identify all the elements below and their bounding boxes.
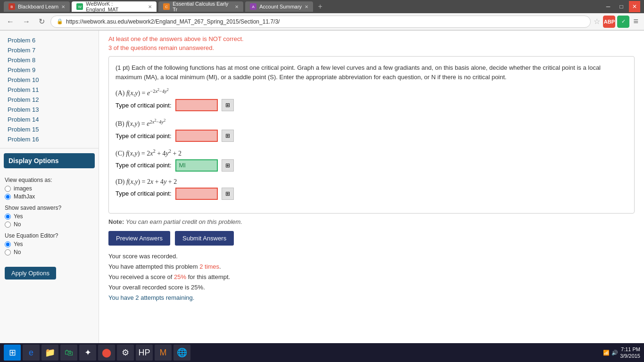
problem-part-d: (D) f(x,y) = 2x + 4y + 2 Type of critica…	[116, 178, 627, 200]
error-message-1: At least one of the answers above is NOT…	[108, 35, 635, 42]
editor-no-label: No	[14, 249, 21, 255]
part-b-formula: (B) f(x,y) = e2x2−4y2	[116, 120, 165, 127]
adblock-button[interactable]: ABP	[603, 16, 615, 28]
view-mathjax-radio[interactable]	[5, 194, 11, 200]
address-bar[interactable]: 🔒	[50, 16, 591, 28]
sidebar-item-problem8[interactable]: Problem 8	[0, 55, 99, 65]
tab-label-wb: WeBWorK : England_MAT	[86, 1, 145, 12]
extension-buttons: ABP ✓ ≡	[603, 15, 640, 28]
sidebar-item-problem11[interactable]: Problem 11	[0, 85, 99, 95]
refresh-button[interactable]: ↻	[36, 15, 48, 28]
preview-answers-button[interactable]: Preview Answers	[108, 231, 170, 246]
tab-close-calc[interactable]: ✕	[235, 4, 239, 9]
back-button[interactable]: ←	[4, 16, 17, 28]
show-saved-label: Show saved answers?	[5, 205, 94, 211]
tab-label-acct: Account Summary	[259, 4, 302, 9]
problem-part-b: (B) f(x,y) = e2x2−4y2 Type of critical p…	[116, 118, 627, 142]
tab-favicon-calc: C	[163, 3, 170, 10]
new-tab-button[interactable]: +	[315, 1, 325, 12]
part-c-input-label: Type of critical point:	[116, 162, 172, 169]
score-line-2: You have attempted this problem 2 times.	[108, 262, 635, 272]
sidebar-item-problem10[interactable]: Problem 10	[0, 75, 99, 85]
score-line-5: You have 2 attempts remaining.	[108, 293, 635, 303]
part-a-grid-button[interactable]: ⊞	[222, 99, 234, 111]
close-button[interactable]: ✕	[629, 1, 640, 12]
problem-part-c: (C) f(x,y) = 2x2 + 4y2 + 2 Type of criti…	[116, 148, 627, 172]
editor-yes-option[interactable]: Yes	[5, 241, 94, 247]
part-a-answer-input[interactable]	[175, 99, 218, 111]
error-message-2: 3 of the questions remain unanswered.	[108, 44, 635, 51]
part-b-label: (B) f(x,y) = e2x2−4y2	[116, 118, 627, 128]
part-b-answer-input[interactable]	[175, 130, 218, 142]
apply-options-button[interactable]: Apply Options	[5, 267, 56, 280]
problem-intro: (1 pt) Each of the following functions h…	[116, 63, 627, 82]
tab-webwork[interactable]: W WeBWorK : England_MAT ✕	[72, 1, 157, 12]
tab-blackboard[interactable]: B Blackboard Learn ✕	[4, 1, 70, 12]
page-container: Problem 6 Problem 7 Problem 8 Problem 9 …	[0, 31, 644, 344]
part-b-input-label: Type of critical point:	[116, 132, 172, 140]
sidebar-item-problem14[interactable]: Problem 14	[0, 115, 99, 124]
part-c-label: (C) f(x,y) = 2x2 + 4y2 + 2	[116, 148, 627, 157]
score-line-4: Your overall recorded score is 25%.	[108, 282, 635, 293]
sidebar-item-problem9[interactable]: Problem 9	[0, 65, 99, 75]
tab-close-acct[interactable]: ✕	[305, 4, 308, 9]
show-no-radio[interactable]	[5, 222, 11, 228]
tab-close-bb[interactable]: ✕	[61, 4, 65, 9]
maximize-button[interactable]: □	[616, 1, 627, 12]
sidebar-item-problem13[interactable]: Problem 13	[0, 105, 99, 115]
show-yes-label: Yes	[14, 213, 23, 220]
url-input[interactable]	[66, 18, 585, 25]
view-images-option[interactable]: images	[5, 185, 94, 192]
nav-bar: ← → ↻ 🔒 ☆ ABP ✓ ≡	[0, 13, 644, 30]
use-editor-label: Use Equation Editor?	[5, 232, 94, 239]
part-d-grid-button[interactable]: ⊞	[222, 188, 234, 200]
sidebar-item-problem6[interactable]: Problem 6	[0, 35, 99, 45]
forward-button[interactable]: →	[20, 16, 33, 28]
view-mathjax-label: MathJax	[14, 193, 35, 200]
show-saved-group: Yes No	[5, 213, 94, 228]
editor-no-radio[interactable]	[5, 249, 11, 255]
view-images-label: images	[14, 185, 32, 192]
tab-acct[interactable]: A Account Summary ✕	[245, 1, 313, 12]
bookmark-button[interactable]: ☆	[594, 17, 600, 26]
part-c-answer-input[interactable]	[175, 159, 218, 172]
tab-favicon-bb: B	[8, 3, 15, 10]
title-bar: B Blackboard Learn ✕ W WeBWorK : England…	[0, 0, 644, 13]
view-images-radio[interactable]	[5, 186, 11, 192]
sidebar-item-problem12[interactable]: Problem 12	[0, 95, 99, 105]
show-yes-option[interactable]: Yes	[5, 213, 94, 220]
tab-favicon-wb: W	[76, 3, 83, 10]
part-a-input-label: Type of critical point:	[116, 102, 172, 109]
sidebar: Problem 6 Problem 7 Problem 8 Problem 9 …	[0, 31, 99, 344]
view-mathjax-option[interactable]: MathJax	[5, 193, 94, 200]
chrome-menu-button[interactable]: ≡	[631, 15, 640, 28]
part-a-formula: (A) f(x,y) = e−2x2−4y2	[116, 90, 169, 97]
problem-part-a: (A) f(x,y) = e−2x2−4y2 Type of critical …	[116, 87, 627, 111]
sidebar-item-problem16[interactable]: Problem 16	[0, 134, 99, 144]
display-options-title: Display Options	[8, 157, 90, 165]
sidebar-item-problem15[interactable]: Problem 15	[0, 124, 99, 134]
sidebar-item-problem7[interactable]: Problem 7	[0, 45, 99, 55]
show-no-label: No	[14, 221, 21, 228]
editor-yes-radio[interactable]	[5, 241, 11, 247]
editor-no-option[interactable]: No	[5, 249, 94, 255]
part-c-grid-button[interactable]: ⊞	[222, 159, 234, 172]
window-controls: ─ □ ✕	[603, 1, 640, 12]
part-d-answer-input[interactable]	[175, 188, 218, 200]
submit-answers-button[interactable]: Submit Answers	[175, 231, 234, 246]
show-yes-radio[interactable]	[5, 214, 11, 220]
minimize-button[interactable]: ─	[603, 1, 614, 12]
tab-close-wb[interactable]: ✕	[148, 4, 152, 9]
editor-yes-label: Yes	[14, 241, 23, 247]
part-b-grid-button[interactable]: ⊞	[222, 130, 234, 142]
sidebar-divider	[0, 148, 99, 148]
score-line-1: Your score was recorded.	[108, 251, 635, 262]
part-a-label: (A) f(x,y) = e−2x2−4y2	[116, 87, 627, 97]
tab-label-bb: Blackboard Learn	[18, 4, 58, 9]
browser-chrome: B Blackboard Learn ✕ W WeBWorK : England…	[0, 0, 644, 31]
part-d-input-row: Type of critical point: ⊞	[116, 188, 627, 200]
show-no-option[interactable]: No	[5, 221, 94, 228]
check-extension-button[interactable]: ✓	[617, 16, 629, 28]
lock-icon: 🔒	[57, 18, 63, 25]
tab-calc[interactable]: C Essential Calculus Early Tr ✕	[158, 1, 243, 12]
